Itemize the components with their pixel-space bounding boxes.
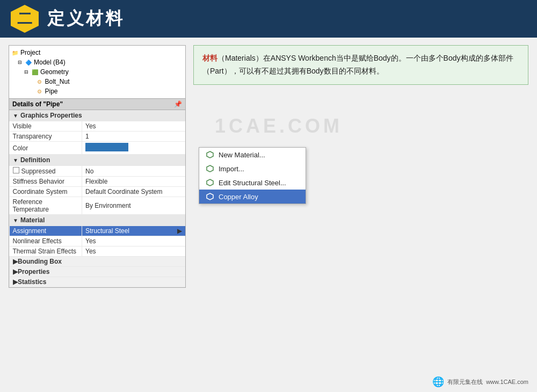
expand-icon-geometry: ⊟ (24, 69, 28, 75)
tree-label-model: Model (B4) (34, 59, 66, 66)
project-icon: 📁 (11, 49, 19, 56)
row-suppressed: Suppressed No (10, 166, 186, 177)
tree-item-geometry[interactable]: ⊟ 🟩 Geometry (9, 67, 185, 77)
tree-item-bolt-nut[interactable]: · ⚙ Bolt_Nut (9, 77, 185, 86)
row-nonlinear: Nonlinear Effects Yes (10, 236, 186, 246)
pin-icon: 📌 (174, 100, 182, 108)
info-highlight: 材料 (202, 54, 217, 62)
svg-marker-0 (207, 151, 213, 158)
context-menu: New Material... Import... Edit Structura… (199, 147, 306, 204)
tree-label-project: Project (20, 49, 40, 56)
details-header: Details of "Pipe" 📌 (9, 99, 185, 110)
page-title: 定义材料 (47, 7, 125, 31)
arrow-icon: ▶ (177, 227, 182, 235)
row-thermal-strain: Thermal Strain Effects Yes (10, 246, 186, 257)
tree-item-project[interactable]: 📁 Project (9, 48, 185, 57)
menu-item-import[interactable]: Import... (199, 162, 306, 176)
info-box: 材料（Materials）在ANSYS Workbench当中是赋给Body的。… (193, 45, 528, 85)
header: 二 定义材料 (0, 0, 537, 38)
footer-logo-icon: 🌐 (432, 376, 444, 388)
section-definition[interactable]: ▼Definition (10, 155, 186, 166)
section-bounding-box[interactable]: ▶Bounding Box (10, 257, 186, 267)
row-transparency: Transparency 1 (10, 132, 186, 142)
section-material[interactable]: ▼Material (10, 215, 186, 226)
footer-brand: 有限元集在线 (447, 378, 483, 386)
section-number: 二 (11, 5, 39, 33)
main-content: 📁 Project ⊟ 🔷 Model (B4) ⊟ 🟩 Geometry · … (0, 38, 537, 392)
tree-label-bolt: Bolt_Nut (45, 78, 70, 85)
tree-item-pipe[interactable]: · ⚙ Pipe (9, 86, 185, 96)
section-properties[interactable]: ▶Properties (10, 267, 186, 277)
right-panel: 材料（Materials）在ANSYS Workbench当中是赋给Body的。… (193, 45, 528, 384)
model-icon: 🔷 (25, 59, 32, 66)
svg-marker-1 (207, 165, 213, 172)
details-title: Details of "Pipe" (12, 100, 63, 108)
tree-view: 📁 Project ⊟ 🔷 Model (B4) ⊟ 🟩 Geometry · … (9, 45, 186, 99)
watermark: 1CAE.COM (215, 115, 343, 137)
color-swatch (85, 143, 128, 151)
menu-item-new-material[interactable]: New Material... (199, 148, 306, 162)
new-material-icon (206, 150, 214, 159)
section-graphics[interactable]: ▼Graphics Properties (10, 110, 186, 121)
import-icon (206, 164, 214, 173)
footer: 🌐 有限元集在线 www.1CAE.com (432, 376, 528, 388)
section-statistics[interactable]: ▶Statistics (10, 277, 186, 287)
menu-label-copper-alloy: Copper Alloy (219, 193, 258, 201)
tree-label-pipe: Pipe (45, 88, 58, 95)
footer-url: www.1CAE.com (486, 379, 528, 385)
geometry-icon: 🟩 (31, 68, 39, 76)
left-panel: 📁 Project ⊟ 🔷 Model (B4) ⊟ 🟩 Geometry · … (9, 45, 186, 384)
row-coordinate: Coordinate System Default Coordinate Sys… (10, 187, 186, 197)
info-text: （Materials）在ANSYS Workbench当中是赋给Body的。一个… (202, 54, 513, 75)
menu-label-new-material: New Material... (219, 151, 265, 159)
row-stiffness: Stiffness Behavior Flexible (10, 177, 186, 187)
copper-alloy-icon (206, 192, 214, 201)
bolt-icon: ⚙ (36, 78, 43, 85)
pipe-icon: ⚙ (36, 88, 43, 95)
tree-item-model[interactable]: ⊟ 🔷 Model (B4) (9, 57, 185, 67)
svg-marker-2 (207, 179, 213, 186)
menu-label-edit-structural: Edit Structural Steel... (219, 179, 286, 187)
row-assignment[interactable]: Assignment Structural Steel ▶ (10, 226, 186, 236)
menu-item-edit-structural[interactable]: Edit Structural Steel... (199, 176, 306, 190)
row-visible: Visible Yes (10, 121, 186, 132)
details-panel: Details of "Pipe" 📌 ▼Graphics Properties… (9, 99, 186, 288)
menu-item-copper-alloy[interactable]: Copper Alloy (199, 190, 306, 204)
expand-icon-model: ⊟ (18, 60, 22, 65)
edit-structural-icon (206, 178, 214, 187)
row-ref-temp: Reference Temperature By Environment (10, 197, 186, 215)
svg-marker-3 (207, 193, 213, 200)
menu-label-import: Import... (219, 165, 244, 173)
details-table: ▼Graphics Properties Visible Yes Transpa… (9, 110, 185, 287)
row-color: Color (10, 142, 186, 155)
tree-label-geometry: Geometry (40, 68, 69, 76)
suppressed-checkbox[interactable] (13, 167, 19, 173)
